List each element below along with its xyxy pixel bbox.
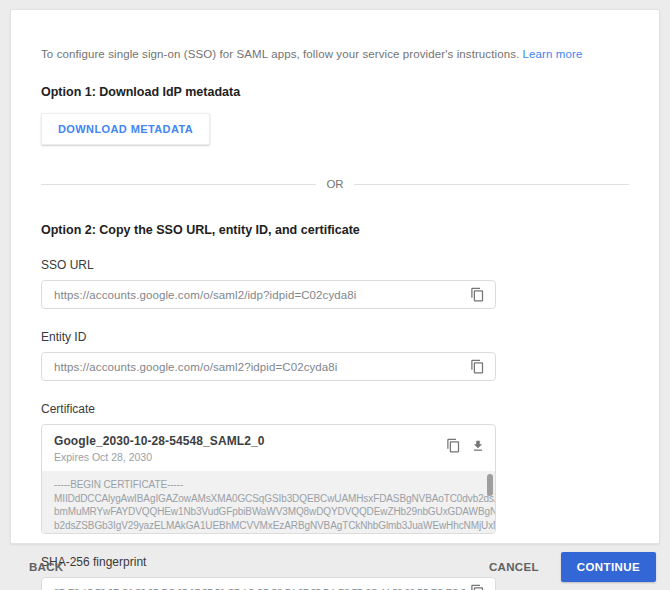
certificate-actions	[444, 434, 487, 455]
scrollbar-thumb[interactable]	[487, 474, 493, 496]
sso-config-card: To configure single sign-on (SSO) for SA…	[10, 9, 660, 544]
copy-icon	[470, 287, 485, 302]
divider-line-left	[41, 184, 316, 185]
option1-heading: Option 1: Download IdP metadata	[41, 85, 629, 99]
intro-sentence: To configure single sign-on (SSO) for SA…	[41, 48, 519, 60]
entity-id-field: https://accounts.google.com/o/saml2?idpi…	[41, 352, 496, 381]
footer-right-actions: CANCEL CONTINUE	[485, 552, 656, 582]
certificate-pem-viewer[interactable]: -----BEGIN CERTIFICATE----- MIIDdDCCAlyg…	[42, 471, 495, 533]
or-divider: OR	[41, 178, 629, 190]
copy-icon	[470, 359, 485, 374]
or-label: OR	[316, 178, 353, 190]
footer-actions: BACK CANCEL CONTINUE	[0, 544, 670, 590]
certificate-pem-text: -----BEGIN CERTIFICATE----- MIIDdDCCAlyg…	[54, 478, 479, 532]
entity-id-label: Entity ID	[41, 330, 629, 344]
download-certificate-button[interactable]	[469, 437, 487, 455]
intro-text: To configure single sign-on (SSO) for SA…	[41, 48, 629, 60]
continue-button[interactable]: CONTINUE	[561, 552, 656, 582]
copy-entity-id-button[interactable]	[468, 357, 487, 376]
copy-sso-url-button[interactable]	[468, 285, 487, 304]
cancel-button[interactable]: CANCEL	[485, 553, 543, 581]
entity-id-value: https://accounts.google.com/o/saml2?idpi…	[54, 361, 468, 373]
copy-certificate-button[interactable]	[444, 436, 463, 455]
sso-url-field: https://accounts.google.com/o/saml2/idp?…	[41, 280, 496, 309]
back-button[interactable]: BACK	[25, 553, 67, 581]
certificate-card: Google_2030-10-28-54548_SAML2_0 Expires …	[41, 424, 496, 534]
certificate-expiry: Expires Oct 28, 2030	[54, 451, 265, 463]
learn-more-link[interactable]: Learn more	[523, 48, 583, 60]
certificate-label: Certificate	[41, 402, 629, 416]
certificate-header: Google_2030-10-28-54548_SAML2_0 Expires …	[42, 425, 495, 471]
option2-heading: Option 2: Copy the SSO URL, entity ID, a…	[41, 223, 629, 237]
download-metadata-button[interactable]: DOWNLOAD METADATA	[41, 113, 210, 145]
certificate-info: Google_2030-10-28-54548_SAML2_0 Expires …	[54, 434, 265, 463]
divider-line-right	[354, 184, 629, 185]
certificate-name: Google_2030-10-28-54548_SAML2_0	[54, 434, 265, 448]
copy-icon	[446, 438, 461, 453]
sso-url-value: https://accounts.google.com/o/saml2/idp?…	[54, 289, 468, 301]
download-icon	[471, 439, 485, 453]
sso-url-label: SSO URL	[41, 258, 629, 272]
